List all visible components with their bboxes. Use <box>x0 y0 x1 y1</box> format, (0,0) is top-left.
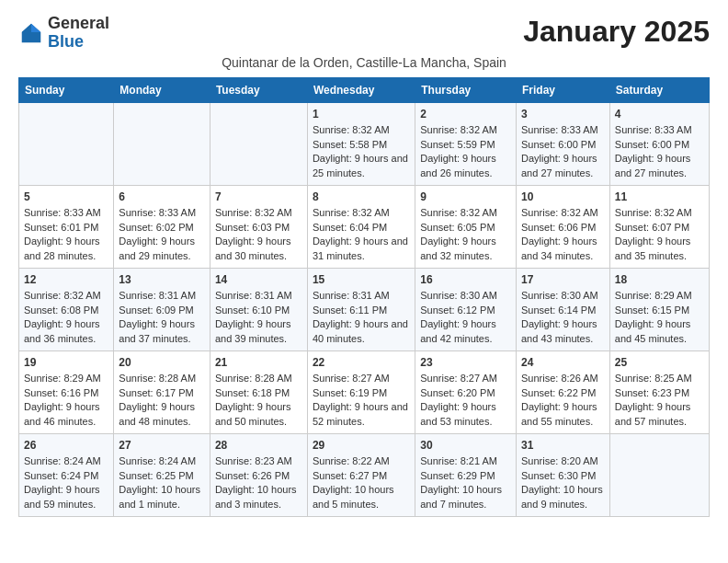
day-info: Sunrise: 8:33 AM <box>521 123 605 137</box>
day-info: Sunrise: 8:29 AM <box>24 372 108 385</box>
day-info: Sunrise: 8:32 AM <box>24 289 108 303</box>
day-number: 19 <box>24 355 108 371</box>
day-info: Sunset: 6:24 PM <box>24 469 108 483</box>
day-info: Sunset: 6:18 PM <box>215 386 302 400</box>
day-info: Daylight: 9 hours and 53 minutes. <box>420 400 511 429</box>
day-number: 25 <box>615 355 704 371</box>
calendar-cell: 24Sunrise: 8:26 AMSunset: 6:22 PMDayligh… <box>517 350 610 433</box>
calendar-cell: 28Sunrise: 8:23 AMSunset: 6:26 PMDayligh… <box>210 433 307 516</box>
calendar-cell: 31Sunrise: 8:20 AMSunset: 6:30 PMDayligh… <box>517 433 610 516</box>
day-info: Sunset: 6:17 PM <box>119 386 205 400</box>
day-info: Daylight: 9 hours and 27 minutes. <box>615 152 704 180</box>
day-info: Sunrise: 8:21 AM <box>420 454 511 468</box>
calendar-body: 1Sunrise: 8:32 AMSunset: 5:58 PMDaylight… <box>19 102 710 516</box>
calendar-cell: 2Sunrise: 8:32 AMSunset: 5:59 PMDaylight… <box>415 102 517 185</box>
day-info: Daylight: 10 hours and 1 minute. <box>119 483 205 511</box>
day-info: Daylight: 9 hours and 55 minutes. <box>521 400 605 429</box>
day-info: Daylight: 10 hours and 7 minutes. <box>420 483 511 511</box>
day-number: 17 <box>521 272 605 288</box>
day-info: Daylight: 10 hours and 5 minutes. <box>313 483 410 511</box>
day-info: Sunset: 6:00 PM <box>615 138 704 152</box>
day-info: Sunrise: 8:20 AM <box>521 454 605 468</box>
calendar-cell: 26Sunrise: 8:24 AMSunset: 6:24 PMDayligh… <box>19 433 114 516</box>
day-info: Sunrise: 8:32 AM <box>313 123 410 137</box>
day-info: Sunset: 6:20 PM <box>420 386 511 400</box>
day-info: Sunrise: 8:32 AM <box>313 206 410 220</box>
day-info: Sunset: 6:04 PM <box>313 221 410 235</box>
logo-icon <box>18 20 44 46</box>
logo: General Blue <box>18 15 109 52</box>
day-info: Sunset: 6:19 PM <box>313 386 410 400</box>
day-info: Sunrise: 8:31 AM <box>119 289 205 303</box>
day-info: Sunrise: 8:33 AM <box>119 206 205 220</box>
day-info: Sunrise: 8:32 AM <box>420 206 511 220</box>
day-info: Sunset: 6:27 PM <box>313 469 410 483</box>
header-wednesday: Wednesday <box>307 77 415 102</box>
day-number: 3 <box>521 107 605 122</box>
title-block: January 2025 <box>523 15 710 49</box>
calendar-header: Sunday Monday Tuesday Wednesday Thursday… <box>19 77 710 102</box>
calendar-cell <box>609 433 709 516</box>
month-title: January 2025 <box>523 15 710 49</box>
day-info: Daylight: 9 hours and 43 minutes. <box>521 317 605 346</box>
header: General Blue January 2025 <box>18 15 710 52</box>
day-info: Sunrise: 8:33 AM <box>24 206 108 220</box>
calendar-cell: 21Sunrise: 8:28 AMSunset: 6:18 PMDayligh… <box>210 350 307 433</box>
day-info: Sunset: 6:30 PM <box>521 469 605 483</box>
day-info: Daylight: 10 hours and 9 minutes. <box>521 483 605 511</box>
calendar-cell: 15Sunrise: 8:31 AMSunset: 6:11 PMDayligh… <box>307 268 415 350</box>
calendar-cell: 11Sunrise: 8:32 AMSunset: 6:07 PMDayligh… <box>609 185 709 268</box>
calendar-cell <box>19 102 114 185</box>
day-info: Daylight: 9 hours and 34 minutes. <box>521 235 605 263</box>
day-info: Daylight: 9 hours and 35 minutes. <box>615 235 704 263</box>
day-info: Daylight: 9 hours and 28 minutes. <box>24 235 108 263</box>
day-info: Daylight: 10 hours and 3 minutes. <box>215 483 302 511</box>
day-info: Sunset: 6:01 PM <box>24 221 108 235</box>
calendar-week-row: 12Sunrise: 8:32 AMSunset: 6:08 PMDayligh… <box>19 268 710 350</box>
day-info: Daylight: 9 hours and 26 minutes. <box>420 152 511 180</box>
header-monday: Monday <box>114 77 210 102</box>
calendar-cell: 23Sunrise: 8:27 AMSunset: 6:20 PMDayligh… <box>415 350 517 433</box>
day-info: Daylight: 9 hours and 48 minutes. <box>119 400 205 429</box>
calendar-cell: 7Sunrise: 8:32 AMSunset: 6:03 PMDaylight… <box>210 185 307 268</box>
header-tuesday: Tuesday <box>210 77 307 102</box>
day-info: Sunset: 6:23 PM <box>615 386 704 400</box>
day-info: Sunrise: 8:29 AM <box>615 289 704 303</box>
day-info: Sunrise: 8:22 AM <box>313 454 410 468</box>
logo-general: General <box>48 14 109 32</box>
day-info: Daylight: 9 hours and 40 minutes. <box>313 317 410 346</box>
day-info: Sunset: 6:00 PM <box>521 138 605 152</box>
day-info: Sunrise: 8:33 AM <box>615 123 704 137</box>
header-saturday: Saturday <box>609 77 709 102</box>
calendar-cell: 20Sunrise: 8:28 AMSunset: 6:17 PMDayligh… <box>114 350 210 433</box>
calendar-page: General Blue January 2025 Quintanar de l… <box>0 0 728 532</box>
day-info: Daylight: 9 hours and 42 minutes. <box>420 317 511 346</box>
day-number: 2 <box>420 107 511 122</box>
day-info: Sunrise: 8:27 AM <box>313 372 410 385</box>
calendar-cell: 3Sunrise: 8:33 AMSunset: 6:00 PMDaylight… <box>517 102 610 185</box>
calendar-cell: 1Sunrise: 8:32 AMSunset: 5:58 PMDaylight… <box>307 102 415 185</box>
day-number: 7 <box>215 190 302 205</box>
day-info: Sunset: 6:16 PM <box>24 386 108 400</box>
header-sunday: Sunday <box>19 77 114 102</box>
calendar-week-row: 1Sunrise: 8:32 AMSunset: 5:58 PMDaylight… <box>19 102 710 185</box>
calendar-cell <box>114 102 210 185</box>
calendar-cell <box>210 102 307 185</box>
day-number: 4 <box>615 107 704 122</box>
day-info: Sunrise: 8:32 AM <box>615 206 704 220</box>
day-info: Daylight: 9 hours and 37 minutes. <box>119 317 205 346</box>
day-info: Sunrise: 8:24 AM <box>24 454 108 468</box>
day-number: 22 <box>313 355 410 371</box>
day-info: Daylight: 9 hours and 59 minutes. <box>24 483 108 511</box>
day-info: Daylight: 9 hours and 29 minutes. <box>119 235 205 263</box>
day-info: Sunset: 6:07 PM <box>615 221 704 235</box>
day-number: 20 <box>119 355 205 371</box>
day-info: Sunset: 6:02 PM <box>119 221 205 235</box>
calendar-cell: 25Sunrise: 8:25 AMSunset: 6:23 PMDayligh… <box>609 350 709 433</box>
day-info: Daylight: 9 hours and 32 minutes. <box>420 235 511 263</box>
day-info: Sunset: 6:15 PM <box>615 304 704 317</box>
calendar-cell: 14Sunrise: 8:31 AMSunset: 6:10 PMDayligh… <box>210 268 307 350</box>
day-info: Sunrise: 8:32 AM <box>215 206 302 220</box>
day-info: Sunset: 5:59 PM <box>420 138 511 152</box>
day-info: Sunrise: 8:30 AM <box>521 289 605 303</box>
